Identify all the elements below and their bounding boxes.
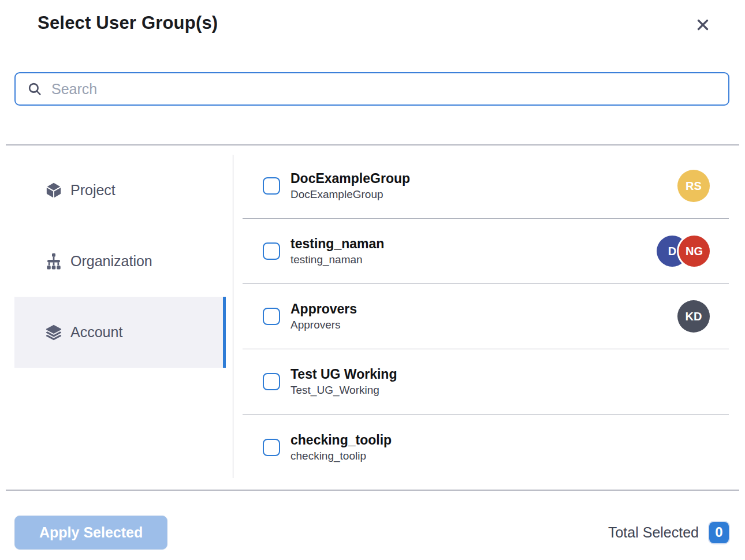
- search-icon: [27, 81, 42, 96]
- select-user-groups-dialog: Select User Group(s) Project: [0, 0, 745, 560]
- close-button[interactable]: [693, 15, 713, 35]
- total-selected-count-badge: 0: [709, 522, 729, 543]
- avatar: NG: [679, 236, 710, 267]
- avatar: RS: [677, 170, 710, 202]
- group-avatars: KD: [677, 300, 710, 333]
- group-description: Test_UG_Working: [290, 383, 397, 398]
- sidebar-item-label: Organization: [70, 253, 152, 270]
- search-box: [14, 72, 729, 106]
- vertical-divider: [233, 155, 233, 478]
- sidebar-item-account[interactable]: Account: [14, 297, 226, 368]
- group-list: DocExampleGroup DocExampleGroup RS testi…: [243, 145, 729, 490]
- group-row: Test UG Working Test_UG_Working: [243, 349, 729, 415]
- search-input[interactable]: [51, 81, 719, 98]
- group-description: Approvers: [290, 318, 357, 333]
- cube-icon: [45, 182, 62, 199]
- group-name: DocExampleGroup: [290, 170, 410, 187]
- avatar: KD: [677, 300, 710, 333]
- group-name: Test UG Working: [290, 365, 397, 383]
- sidebar-item-project[interactable]: Project: [14, 155, 226, 226]
- group-description: DocExampleGroup: [290, 187, 410, 202]
- group-description: checking_toolip: [290, 449, 392, 464]
- dialog-body: Project Organization: [0, 145, 745, 490]
- close-icon: [694, 16, 712, 33]
- group-checkbox[interactable]: [263, 439, 280, 456]
- group-avatars: RS: [677, 170, 710, 202]
- group-avatars: DNG: [657, 236, 710, 267]
- group-checkbox[interactable]: [263, 242, 280, 260]
- group-name: checking_toolip: [290, 431, 392, 449]
- group-checkbox[interactable]: [263, 177, 280, 195]
- group-row: checking_toolip checking_toolip: [243, 415, 729, 480]
- apply-selected-button[interactable]: Apply Selected: [14, 516, 167, 550]
- group-checkbox[interactable]: [263, 373, 280, 390]
- org-chart-icon: [45, 253, 62, 270]
- total-selected-label: Total Selected: [608, 524, 699, 541]
- group-name: Approvers: [290, 300, 357, 318]
- sidebar-item-label: Project: [70, 182, 116, 199]
- group-row: Approvers Approvers KD: [243, 284, 729, 349]
- group-checkbox[interactable]: [263, 308, 280, 325]
- sidebar: Project Organization: [14, 145, 226, 490]
- group-row: testing_naman testing_naman DNG: [243, 219, 729, 284]
- layers-icon: [45, 324, 62, 341]
- dialog-footer: Apply Selected Total Selected 0: [0, 491, 745, 560]
- sidebar-item-label: Account: [70, 324, 122, 341]
- group-row: DocExampleGroup DocExampleGroup RS: [243, 154, 729, 219]
- sidebar-item-organization[interactable]: Organization: [14, 226, 226, 297]
- page-title: Select User Group(s): [38, 13, 218, 33]
- group-name: testing_naman: [290, 235, 384, 252]
- group-description: testing_naman: [290, 252, 384, 267]
- total-selected: Total Selected 0: [608, 522, 729, 543]
- dialog-header: Select User Group(s): [0, 0, 745, 72]
